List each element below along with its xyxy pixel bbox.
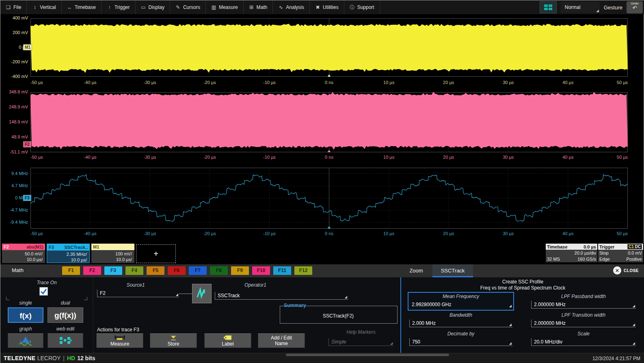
- graph-label: graph: [8, 326, 43, 332]
- tab-f6[interactable]: F6: [168, 266, 186, 275]
- trace-offset-badge-f3[interactable]: F3: [23, 195, 31, 201]
- tab-f9[interactable]: F9: [231, 266, 249, 275]
- trigger-icon: ↑: [107, 4, 112, 10]
- field-value-dropdown[interactable]: 750◢: [409, 338, 512, 346]
- tab-f11[interactable]: F11: [273, 266, 291, 275]
- tab-group-label: Math: [12, 267, 24, 273]
- field-value-dropdown[interactable]: 2.000000 MHz◢: [531, 301, 636, 309]
- tab-ssctrack[interactable]: SSCTrack: [432, 264, 473, 277]
- x-axis-label: 30 µs: [496, 155, 521, 160]
- menu-bar: ❏File↕Vertical↔Timebase↑Trigger▭Display✎…: [0, 0, 644, 14]
- sscttrack-operator-icon: [196, 287, 208, 300]
- menu-item-analysis[interactable]: ∿Analysis: [273, 0, 310, 14]
- menu-item-cursors[interactable]: ✎Cursors: [170, 0, 206, 14]
- tab-f4[interactable]: F4: [125, 266, 143, 275]
- trace-offset-badge-f2[interactable]: F2: [23, 141, 31, 147]
- chevron-corner-icon: ◢: [633, 342, 635, 345]
- timebase-samples: 32 MS: [547, 256, 560, 262]
- field-value-dropdown[interactable]: 20.0 MHz/div◢: [531, 338, 636, 346]
- trace-descriptor-f2[interactable]: F2abs(M1)50.0 mV/10.0 µs/: [2, 244, 45, 263]
- chevron-corner-icon: ◢: [633, 305, 635, 308]
- label-button[interactable]: Label: [204, 333, 251, 348]
- menu-item-label: Utilities: [323, 4, 339, 10]
- add-trace-button[interactable]: +: [136, 244, 176, 263]
- chevron-corner-icon: ◢: [390, 342, 393, 345]
- tab-f10[interactable]: F10: [252, 266, 270, 275]
- x-axis-label: -30 µs: [138, 155, 162, 160]
- menu-item-support[interactable]: ⓘSupport: [344, 0, 380, 14]
- tab-f2[interactable]: F2: [83, 266, 101, 275]
- y-axis-label: 200 mV: [1, 30, 28, 35]
- gesture-label[interactable]: Gesture: [604, 4, 622, 11]
- trigger-descriptor[interactable]: Trigger C1 DC Stop 0.0 mV Edge Positive: [598, 244, 643, 263]
- trigger-source-badge: C1 DC: [627, 244, 642, 249]
- source1-label: Source1: [105, 282, 166, 288]
- y-axis-label: 348.8 mV: [1, 89, 28, 94]
- tab-f8[interactable]: F8: [210, 266, 228, 275]
- dual-label: dual: [48, 300, 83, 306]
- menu-item-utilities[interactable]: ✖Utilities: [310, 0, 344, 14]
- field-label: LPF Passband width: [531, 294, 636, 299]
- x-axis-label: 50 µs: [612, 80, 628, 85]
- graph-view-button[interactable]: [8, 333, 43, 348]
- ssc-profile-section: Create SSC Profile Freq vs time of Sprea…: [400, 277, 644, 353]
- trace-on-checkbox[interactable]: [39, 287, 48, 296]
- field-value-dropdown[interactable]: 2.992800000 GHz◢: [409, 301, 512, 308]
- help-markers-dropdown[interactable]: Simple ◢: [328, 338, 393, 346]
- menu-item-label: Analysis: [286, 4, 304, 10]
- timebase-icon: ↔: [67, 4, 72, 10]
- store-button[interactable]: Store: [150, 333, 197, 348]
- trace-descriptor-row: Timebase 0.0 µs 20.0 µs/div 32 MS 160 GS…: [0, 243, 644, 264]
- timebase-descriptor[interactable]: Timebase 0.0 µs 20.0 µs/div 32 MS 160 GS…: [546, 244, 597, 263]
- menu-item-math[interactable]: ⊞Math: [244, 0, 273, 14]
- measure-button[interactable]: Measure: [96, 333, 143, 348]
- trace-descriptor-f3[interactable]: F3SSCTrack..2.35 MHz/10.0 µs/: [47, 244, 90, 263]
- menu-item-label: Support: [357, 4, 374, 10]
- menu-item-timebase[interactable]: ↔Timebase: [62, 0, 102, 14]
- grid-mode-dropdown[interactable]: Normal ◢: [561, 2, 600, 13]
- trigger-level: 0.0 mV: [628, 250, 642, 256]
- trace-offset-badge-m1[interactable]: M1: [23, 44, 32, 50]
- menu-item-measure[interactable]: ▥Measure: [206, 0, 244, 14]
- tab-f3[interactable]: F3: [104, 266, 122, 275]
- store-icon: [150, 335, 197, 341]
- field-value-dropdown[interactable]: 2.000 MHz◢: [409, 320, 512, 327]
- menu-item-vertical[interactable]: ↕Vertical: [27, 0, 61, 14]
- close-button[interactable]: ✕ CLOSE: [613, 266, 639, 274]
- scroll-handle[interactable]: [286, 354, 449, 356]
- y-axis-label: -200 mV: [1, 59, 28, 64]
- menu-item-file[interactable]: ❏File: [0, 0, 27, 14]
- undo-button[interactable]: Undo ↶: [627, 1, 643, 13]
- tab-f7[interactable]: F7: [189, 266, 207, 275]
- tab-f12[interactable]: F12: [294, 266, 312, 275]
- add-edit-name-button[interactable]: Add / Edit Name: [258, 333, 305, 348]
- plot-f2: 348.8 mV248.9 mV148.9 mV48.9 mV-51.1 mVF…: [0, 89, 644, 164]
- undo-arrow-icon: ↶: [627, 5, 643, 11]
- x-axis-label: -30 µs: [138, 231, 162, 236]
- chevron-corner-icon: ◢: [345, 296, 347, 299]
- menu-item-display[interactable]: ▭Display: [136, 0, 170, 14]
- tab-f5[interactable]: F5: [147, 266, 164, 275]
- operator1-dropdown[interactable]: SSCTrack ◢: [215, 292, 348, 300]
- fx-mode-button[interactable]: f(x): [8, 307, 43, 323]
- menu-item-label: Trigger: [115, 4, 130, 10]
- trace-id: F2: [4, 244, 9, 249]
- field-value-dropdown[interactable]: 2.000000 MHz◢: [531, 320, 636, 327]
- menu-item-label: Display: [149, 4, 164, 10]
- trace-descriptor-m1[interactable]: M1100 mV/10.0 µs/: [91, 244, 134, 263]
- trigger-type: Edge: [599, 256, 610, 262]
- tab-zoom[interactable]: Zoom: [401, 264, 432, 277]
- source1-dropdown[interactable]: F2 ◢: [97, 290, 179, 297]
- x-axis-label: -50 µs: [30, 231, 43, 236]
- x-axis-label: -20 µs: [197, 231, 222, 236]
- tab-f1[interactable]: F1: [62, 266, 80, 275]
- field-label: Bandwidth: [409, 312, 512, 318]
- web-edit-button[interactable]: [48, 333, 83, 348]
- y-axis-label: 48.9 mV: [1, 134, 28, 139]
- menu-item-trigger[interactable]: ↑Trigger: [102, 0, 136, 14]
- y-axis-label: 9.4 MHz: [1, 171, 28, 176]
- datetime-label: 12/3/2024 4:21:57 PM: [592, 356, 640, 361]
- display-grid-button[interactable]: [540, 1, 557, 13]
- support-icon: ⓘ: [350, 4, 355, 11]
- gfx-mode-button[interactable]: g(f(x)): [48, 307, 83, 323]
